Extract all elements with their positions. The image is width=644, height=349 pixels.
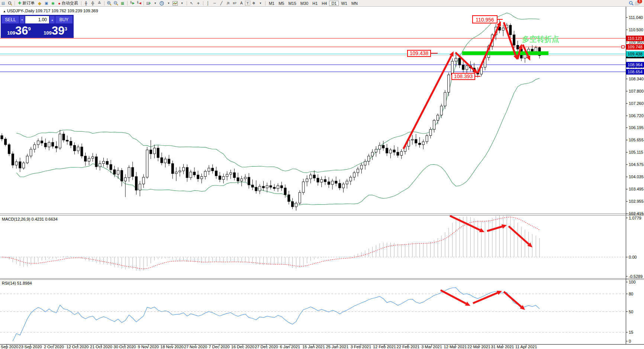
- svg-text:110.123: 110.123: [628, 36, 642, 41]
- timeframe-m30[interactable]: M30: [299, 1, 310, 6]
- svg-text:6 Jan 2021: 6 Jan 2021: [280, 345, 300, 349]
- text-label-tool-icon[interactable]: T: [245, 1, 250, 6]
- svg-text:11 Apr 2021: 11 Apr 2021: [515, 345, 537, 349]
- svg-text:27 Nov 2020: 27 Nov 2020: [184, 345, 207, 349]
- sell-button[interactable]: SELL: [2, 16, 19, 23]
- svg-text:110.500: 110.500: [629, 28, 643, 32]
- svg-text:50: 50: [629, 310, 633, 314]
- trend-arrows-main[interactable]: [403, 21, 530, 149]
- svg-text:104.035: 104.035: [629, 174, 644, 179]
- autotrade-label: 自动交易: [62, 0, 78, 6]
- sell-price[interactable]: 109 36 9: [2, 24, 36, 36]
- text-tool-icon[interactable]: A: [238, 1, 245, 6]
- timeframe-h1[interactable]: H1: [310, 1, 319, 6]
- symbol-info-bar[interactable]: ▲ USDJPY-,Daily 109.717 109.762 109.239 …: [3, 9, 98, 13]
- new-order-icon: ✚: [18, 1, 21, 6]
- volume-increase-button[interactable]: ▲: [50, 16, 55, 23]
- arrows-tool-icon[interactable]: ❖: [251, 1, 257, 6]
- timeframe-m1[interactable]: M1: [267, 1, 276, 6]
- support-zone-bar[interactable]: [462, 51, 548, 55]
- svg-text:31 Mar 2021: 31 Mar 2021: [491, 345, 514, 349]
- svg-text:12 Oct 2020: 12 Oct 2020: [67, 345, 89, 349]
- cursor-icon[interactable]: ↖: [189, 1, 195, 6]
- rsi-indicator-label: RSI(14) 51.8984: [2, 281, 32, 285]
- svg-text:106.720: 106.720: [629, 113, 644, 118]
- svg-text:27 Dec 2020: 27 Dec 2020: [255, 345, 278, 349]
- timeframe-d1[interactable]: D1: [329, 1, 339, 6]
- vertical-line-tool-icon[interactable]: │: [205, 1, 211, 6]
- buy-price[interactable]: 109 39 3: [38, 24, 73, 36]
- svg-text:108.340: 108.340: [629, 77, 644, 81]
- auto-scroll-icon[interactable]: ╙◀: [136, 1, 142, 6]
- svg-text:107.260: 107.260: [629, 101, 644, 106]
- symbol-ohlc-text: USDJPY-,Daily 109.717 109.762 109.239 10…: [7, 9, 98, 13]
- signals-icon[interactable]: ◉: [50, 1, 56, 6]
- macd-series: [2, 215, 540, 271]
- dropdown-arrow-icon[interactable]: ▼: [165, 1, 172, 6]
- collapse-icon[interactable]: ▲: [3, 10, 6, 13]
- tile-windows-icon[interactable]: ▦: [119, 1, 126, 6]
- svg-text:9 Nov 2020: 9 Nov 2020: [138, 345, 159, 349]
- new-order-button[interactable]: ✚ 新订单: [16, 0, 36, 6]
- new-chart-icon[interactable]: ▤: [0, 1, 6, 6]
- dropdown-arrow-icon[interactable]: ▼: [257, 1, 264, 6]
- svg-text:2 Oct 2020: 2 Oct 2020: [44, 345, 64, 349]
- svg-text:103.495: 103.495: [629, 187, 644, 191]
- indicators-icon[interactable]: [172, 1, 178, 6]
- timeframe-w1[interactable]: W1: [339, 1, 349, 6]
- trend-arrows-rsi[interactable]: [441, 290, 525, 310]
- add-chart-icon[interactable]: ▤+: [145, 1, 152, 6]
- line-chart-icon[interactable]: ╩: [96, 1, 103, 6]
- turning-point-note[interactable]: 多空转折点: [522, 35, 559, 43]
- svg-text:22 Mar 2021: 22 Mar 2021: [467, 345, 490, 349]
- search-icon[interactable]: [628, 1, 634, 6]
- svg-text:0: 0: [629, 339, 631, 343]
- zoom-in-icon[interactable]: [106, 1, 112, 6]
- volume-input[interactable]: 1.00: [25, 16, 49, 23]
- bar-chart-icon[interactable]: ╫: [83, 1, 89, 6]
- dropdown-arrow-icon[interactable]: ▼: [152, 1, 158, 6]
- timeframe-m5[interactable]: M5: [277, 1, 286, 6]
- crosshair-icon[interactable]: +: [195, 1, 202, 6]
- autotrade-button[interactable]: ● 自动交易: [57, 0, 80, 6]
- svg-text:102.955: 102.955: [629, 199, 644, 204]
- volume-decrease-button[interactable]: ▼: [20, 16, 25, 23]
- buy-price-big: 39: [52, 25, 64, 36]
- zoom-out-icon[interactable]: [113, 1, 119, 6]
- pane-borders: [0, 6, 644, 345]
- chart-shift-icon[interactable]: ╙▶: [129, 1, 135, 6]
- svg-text:100: 100: [629, 280, 635, 284]
- toolbar-separator: [81, 1, 81, 6]
- fibonacci-tool-icon[interactable]: ≡F: [232, 1, 238, 6]
- svg-text:110.956: 110.956: [476, 17, 494, 23]
- svg-text:16 Dec 2020: 16 Dec 2020: [231, 345, 254, 349]
- channel-tool-icon[interactable]: ⫽E: [225, 1, 231, 6]
- notification-icon[interactable]: 1: [635, 1, 640, 6]
- period-clock-icon[interactable]: [159, 1, 165, 6]
- dropdown-arrow-icon[interactable]: ▼: [179, 1, 185, 6]
- svg-text:109.438: 109.438: [628, 52, 643, 56]
- eraser-icon[interactable]: ◆: [36, 1, 43, 6]
- svg-text:7 Dec 2020: 7 Dec 2020: [209, 345, 229, 349]
- chart-profile-icon[interactable]: [7, 1, 13, 6]
- timeframe-mn[interactable]: MN: [350, 1, 360, 6]
- trendline-tool-icon[interactable]: ╱: [218, 1, 225, 6]
- rsi-line: [13, 288, 540, 341]
- chart-area[interactable]: 111.040110.500109.960109.420108.880108.3…: [0, 0, 644, 349]
- candlestick-chart-icon[interactable]: ╬: [90, 1, 96, 6]
- timeframe-m15[interactable]: M15: [286, 1, 298, 6]
- horizontal-line-tool-icon[interactable]: ─: [212, 1, 218, 6]
- toolbar-separator: [265, 1, 265, 6]
- sell-price-prefix: 109: [7, 30, 15, 36]
- svg-text:1.0779: 1.0779: [629, 216, 641, 220]
- buy-button[interactable]: BUY: [55, 16, 73, 23]
- svg-text:109.438: 109.438: [410, 50, 429, 56]
- svg-text:102.415: 102.415: [629, 211, 644, 216]
- bollinger-bands: [16, 13, 540, 205]
- svg-text:12 Mar 2021: 12 Mar 2021: [444, 345, 467, 349]
- trend-arrows-macd[interactable]: [450, 216, 532, 247]
- svg-text:80: 80: [629, 292, 633, 296]
- autotrade-icon: ●: [58, 1, 61, 6]
- timeframe-h4[interactable]: H4: [320, 1, 329, 6]
- stamp-icon[interactable]: ▣: [43, 1, 49, 6]
